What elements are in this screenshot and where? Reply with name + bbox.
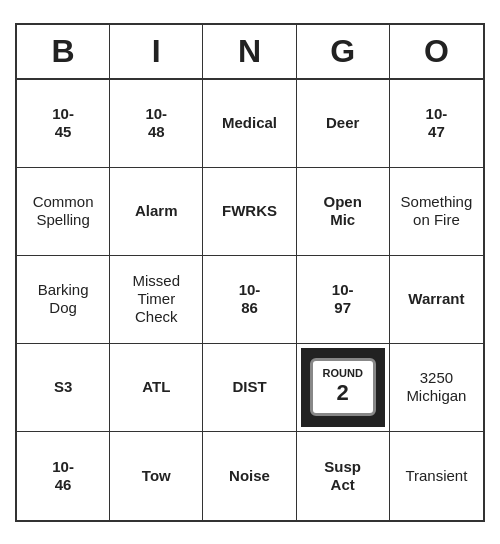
cell-r3-c1: ATL	[110, 344, 203, 432]
cell-content: OpenMic	[324, 193, 362, 229]
cell-r3-c0: S3	[17, 344, 110, 432]
bingo-card: BINGO 10-4510-48MedicalDeer10-47CommonSp…	[15, 23, 485, 522]
cell-r0-c0: 10-45	[17, 80, 110, 168]
cell-content: Alarm	[135, 202, 178, 220]
cell-r1-c2: FWRKS	[203, 168, 296, 256]
header-letter: N	[203, 25, 296, 78]
cell-content: Medical	[222, 114, 277, 132]
round2-image: ROUND2	[301, 348, 385, 427]
cell-content: Tow	[142, 467, 171, 485]
cell-r4-c4: Transient	[390, 432, 483, 520]
cell-content: S3	[54, 378, 72, 396]
header-letter: I	[110, 25, 203, 78]
cell-r1-c0: CommonSpelling	[17, 168, 110, 256]
cell-r3-c2: DIST	[203, 344, 296, 432]
header-letter: B	[17, 25, 110, 78]
header-letter: G	[297, 25, 390, 78]
cell-content: Warrant	[408, 290, 464, 308]
cell-r2-c2: 10-86	[203, 256, 296, 344]
cell-r2-c4: Warrant	[390, 256, 483, 344]
cell-content: DIST	[232, 378, 266, 396]
cell-content: Noise	[229, 467, 270, 485]
cell-r2-c0: BarkingDog	[17, 256, 110, 344]
cell-content: 10-48	[145, 105, 167, 141]
cell-content: 10-45	[52, 105, 74, 141]
cell-content: 10-46	[52, 458, 74, 494]
cell-content: 10-97	[332, 281, 354, 317]
cell-r1-c3: OpenMic	[297, 168, 390, 256]
cell-content: 10-86	[239, 281, 261, 317]
cell-content: SuspAct	[324, 458, 361, 494]
cell-r4-c1: Tow	[110, 432, 203, 520]
cell-r1-c1: Alarm	[110, 168, 203, 256]
cell-r2-c1: MissedTimerCheck	[110, 256, 203, 344]
cell-r3-c4: 3250Michigan	[390, 344, 483, 432]
cell-r3-c3: ROUND2	[297, 344, 390, 432]
cell-content: MissedTimerCheck	[133, 272, 181, 326]
cell-content: 3250Michigan	[406, 369, 466, 405]
cell-r0-c2: Medical	[203, 80, 296, 168]
cell-content: Transient	[405, 467, 467, 485]
cell-content: CommonSpelling	[33, 193, 94, 229]
cell-r2-c3: 10-97	[297, 256, 390, 344]
cell-content: FWRKS	[222, 202, 277, 220]
cell-content: 10-47	[426, 105, 448, 141]
cell-r1-c4: Somethingon Fire	[390, 168, 483, 256]
bingo-grid: 10-4510-48MedicalDeer10-47CommonSpelling…	[17, 80, 483, 520]
cell-r4-c0: 10-46	[17, 432, 110, 520]
cell-r4-c3: SuspAct	[297, 432, 390, 520]
cell-r0-c1: 10-48	[110, 80, 203, 168]
bingo-header: BINGO	[17, 25, 483, 80]
cell-content: ATL	[142, 378, 170, 396]
header-letter: O	[390, 25, 483, 78]
cell-content: Deer	[326, 114, 359, 132]
cell-content: Somethingon Fire	[401, 193, 473, 229]
cell-r0-c4: 10-47	[390, 80, 483, 168]
cell-r0-c3: Deer	[297, 80, 390, 168]
cell-content: BarkingDog	[38, 281, 89, 317]
cell-r4-c2: Noise	[203, 432, 296, 520]
